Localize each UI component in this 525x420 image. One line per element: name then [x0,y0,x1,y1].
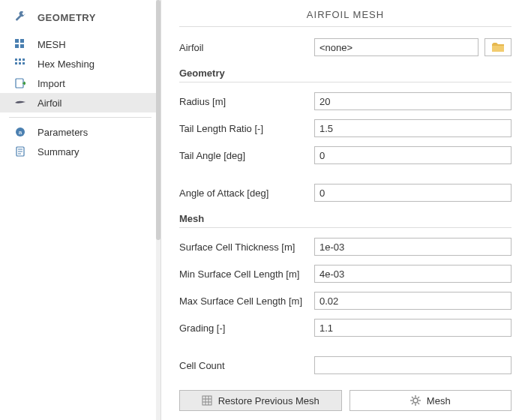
mesh-button[interactable]: Mesh [350,390,512,411]
airfoil-input[interactable] [314,38,478,56]
sidebar-item-mesh[interactable]: MESH [0,34,160,54]
summary-icon [14,145,27,158]
cell-count-label: Cell Count [179,360,314,371]
sidebar-item-airfoil[interactable]: Airfoil [0,93,160,112]
svg-line-29 [418,397,419,398]
sidebar-item-label: Import [38,78,65,89]
sidebar-header-label: GEOMETRY [38,12,96,23]
sidebar-item-summary[interactable]: Summary [0,142,160,161]
folder-icon [492,43,504,52]
title-divider [179,26,512,27]
surf-thick-label: Surface Cell Thickness [m] [179,242,314,253]
svg-point-22 [413,398,418,403]
svg-rect-4 [15,58,17,61]
svg-text:a: a [19,129,22,136]
restore-mesh-icon [202,395,212,406]
surf-thick-input[interactable] [314,238,512,256]
tail-angle-label: Tail Angle [deg] [179,150,314,161]
hex-mesh-icon [14,57,27,70]
sidebar-item-label: Summary [38,146,80,158]
sidebar-separator [9,117,152,118]
airfoil-label: Airfoil [179,42,314,53]
min-surf-input[interactable] [314,265,512,283]
svg-rect-7 [15,62,17,64]
sidebar-scrollbar-thumb[interactable] [156,0,160,240]
browse-button[interactable] [484,38,512,56]
radius-input[interactable] [314,92,512,110]
sidebar-scrollbar[interactable] [156,0,160,420]
mesh-section-header: Mesh [179,213,512,228]
parameters-icon: a [14,125,27,139]
page-title: AIRFOIL MESH [179,0,512,26]
aoa-label: Angle of Attack [deg] [179,188,314,199]
max-surf-input[interactable] [314,292,512,310]
wrench-icon [14,10,27,24]
aoa-input[interactable] [314,184,512,202]
tail-length-label: Tail Length Ratio [-] [179,123,314,134]
grading-label: Grading [-] [179,322,314,334]
airfoil-icon [14,96,27,110]
svg-rect-5 [19,58,21,61]
sidebar: GEOMETRY MESH Hex Meshing Import A [0,0,161,420]
grading-input[interactable] [314,319,512,337]
main-panel: AIRFOIL MESH Airfoil Geometry Radius [m]… [161,0,525,420]
sidebar-item-label: MESH [38,39,66,50]
svg-rect-6 [22,58,25,61]
svg-rect-1 [20,39,24,43]
sidebar-item-label: Airfoil [38,98,62,109]
max-surf-label: Max Surface Cell Length [m] [179,296,314,307]
sidebar-item-parameters[interactable]: a Parameters [0,122,160,142]
svg-line-28 [418,403,419,404]
svg-rect-3 [20,44,24,48]
svg-rect-0 [15,39,19,43]
svg-rect-9 [22,62,25,64]
sidebar-header-geometry[interactable]: GEOMETRY [0,8,160,27]
svg-rect-17 [202,396,212,405]
sidebar-item-hex-meshing[interactable]: Hex Meshing [0,54,160,74]
sidebar-item-import[interactable]: Import [0,74,160,93]
gear-icon [410,395,421,406]
svg-line-30 [412,403,413,404]
svg-rect-8 [19,62,21,64]
import-icon [14,76,27,90]
sidebar-item-label: Hex Meshing [38,58,94,70]
radius-label: Radius [m] [179,96,314,107]
cell-count-input[interactable] [314,356,512,374]
svg-rect-10 [16,79,23,88]
sidebar-item-label: Parameters [38,127,88,138]
tail-angle-input[interactable] [314,146,512,164]
svg-rect-2 [15,44,19,48]
geometry-section-header: Geometry [179,68,512,82]
min-surf-label: Min Surface Cell Length [m] [179,268,314,280]
restore-previous-mesh-button[interactable]: Restore Previous Mesh [179,390,342,411]
restore-button-label: Restore Previous Mesh [218,395,320,406]
mesh-grid-icon [14,38,27,51]
svg-line-27 [412,397,413,398]
mesh-button-label: Mesh [427,395,451,406]
tail-length-input[interactable] [314,119,512,137]
